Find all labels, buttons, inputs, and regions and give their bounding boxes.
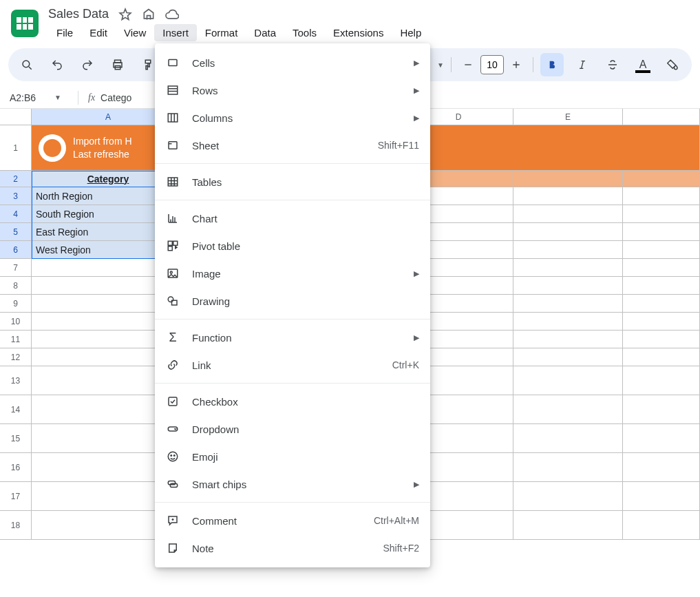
- toolbar-dropdown-caret-icon[interactable]: ▼: [437, 61, 444, 69]
- bold-button[interactable]: [540, 53, 564, 76]
- row-header-1[interactable]: 1: [0, 125, 32, 171]
- font-size-input[interactable]: [480, 55, 504, 74]
- cell[interactable]: [513, 482, 623, 511]
- print-icon[interactable]: [106, 53, 129, 76]
- fill-color-button[interactable]: [661, 53, 685, 76]
- menu-item-tables[interactable]: Tables: [155, 168, 430, 196]
- menu-item-drawing[interactable]: Drawing: [155, 287, 430, 315]
- menu-item-link[interactable]: Link Ctrl+K: [155, 351, 430, 379]
- cell-f6[interactable]: [623, 241, 700, 259]
- cell-e5[interactable]: [513, 223, 623, 241]
- menu-format[interactable]: Format: [197, 24, 246, 41]
- cell-e3[interactable]: [513, 187, 623, 205]
- row-header-16[interactable]: 16: [0, 453, 32, 482]
- row-header-17[interactable]: 17: [0, 482, 32, 511]
- row-header-10[interactable]: 10: [0, 313, 32, 331]
- cell[interactable]: [623, 482, 700, 511]
- row-header-7[interactable]: 7: [0, 259, 32, 277]
- row-header-8[interactable]: 8: [0, 277, 32, 295]
- row-header-15[interactable]: 15: [0, 424, 32, 453]
- banner-cell[interactable]: [623, 125, 700, 171]
- menu-item-sheet[interactable]: Sheet Shift+F11: [155, 132, 430, 159]
- name-box[interactable]: A2:B6 ▼: [0, 92, 65, 103]
- cell-f3[interactable]: [623, 187, 700, 205]
- row-header-6[interactable]: 6: [0, 241, 32, 259]
- row-header-11[interactable]: 11: [0, 331, 32, 348]
- row-header-12[interactable]: 12: [0, 348, 32, 366]
- cell[interactable]: [513, 395, 623, 424]
- strikethrough-button[interactable]: [601, 53, 624, 76]
- menu-item-cells[interactable]: Cells ▶: [155, 49, 430, 76]
- cell-e4[interactable]: [513, 205, 623, 223]
- menu-extensions[interactable]: Extensions: [325, 24, 392, 41]
- search-icon[interactable]: [15, 53, 39, 76]
- menu-item-image[interactable]: Image ▶: [155, 260, 430, 287]
- row-header-18[interactable]: 18: [0, 511, 32, 540]
- row-header-3[interactable]: 3: [0, 187, 32, 205]
- row-header-4[interactable]: 4: [0, 205, 32, 223]
- document-name[interactable]: Sales Data: [48, 7, 109, 21]
- cell-f2[interactable]: [623, 171, 700, 187]
- menu-tools[interactable]: Tools: [284, 24, 325, 41]
- menu-data[interactable]: Data: [246, 24, 284, 41]
- decrease-font-size-button[interactable]: [458, 53, 478, 76]
- sheets-logo[interactable]: [11, 10, 39, 37]
- menu-edit[interactable]: Edit: [81, 24, 116, 41]
- cell[interactable]: [623, 313, 700, 331]
- cell[interactable]: [623, 366, 700, 395]
- cell[interactable]: [623, 395, 700, 424]
- menu-view[interactable]: View: [116, 24, 154, 41]
- star-icon[interactable]: [118, 8, 132, 21]
- cell[interactable]: [623, 277, 700, 295]
- cell[interactable]: [513, 295, 623, 313]
- cell[interactable]: [513, 348, 623, 366]
- menu-item-columns[interactable]: Columns ▶: [155, 104, 430, 132]
- select-all-corner[interactable]: [0, 109, 32, 125]
- row-header-2[interactable]: 2: [0, 171, 32, 187]
- cell[interactable]: [513, 366, 623, 395]
- menu-item-emoji[interactable]: Emoji: [155, 443, 430, 470]
- cell[interactable]: [623, 331, 700, 348]
- menu-item-note[interactable]: Note Shift+F2: [155, 534, 430, 562]
- cell[interactable]: [513, 424, 623, 453]
- menu-item-chart[interactable]: Chart: [155, 205, 430, 232]
- cell-f5[interactable]: [623, 223, 700, 241]
- cell[interactable]: [513, 511, 623, 540]
- cloud-status-icon[interactable]: [165, 8, 179, 21]
- cell[interactable]: [513, 259, 623, 277]
- menu-help[interactable]: Help: [392, 24, 429, 41]
- undo-icon[interactable]: [45, 53, 69, 76]
- menu-item-pivot-table[interactable]: Pivot table: [155, 232, 430, 260]
- row-header-5[interactable]: 5: [0, 223, 32, 241]
- menu-file[interactable]: File: [48, 24, 81, 41]
- redo-icon[interactable]: [76, 53, 99, 76]
- cell[interactable]: [623, 511, 700, 540]
- cell[interactable]: [623, 348, 700, 366]
- name-box-dropdown-icon[interactable]: ▼: [54, 94, 61, 101]
- text-color-button[interactable]: A: [631, 53, 655, 76]
- move-icon[interactable]: [142, 8, 156, 21]
- cell-f4[interactable]: [623, 205, 700, 223]
- menu-insert[interactable]: Insert: [154, 24, 197, 41]
- cell[interactable]: [513, 331, 623, 348]
- col-header-e[interactable]: E: [513, 109, 623, 125]
- row-header-9[interactable]: 9: [0, 295, 32, 313]
- cell[interactable]: [513, 453, 623, 482]
- menu-item-comment[interactable]: Comment Ctrl+Alt+M: [155, 507, 430, 534]
- cell[interactable]: [623, 453, 700, 482]
- menu-item-function[interactable]: Σ Function ▶: [155, 324, 430, 351]
- cell-e6[interactable]: [513, 241, 623, 259]
- menu-item-checkbox[interactable]: Checkbox: [155, 388, 430, 415]
- cell[interactable]: [623, 259, 700, 277]
- cell[interactable]: [513, 313, 623, 331]
- col-header-f[interactable]: [623, 109, 700, 125]
- row-header-13[interactable]: 13: [0, 366, 32, 395]
- italic-button[interactable]: [571, 53, 594, 76]
- cell-e2[interactable]: [513, 171, 623, 187]
- increase-font-size-button[interactable]: [507, 53, 526, 76]
- row-header-14[interactable]: 14: [0, 395, 32, 424]
- cell[interactable]: [513, 277, 623, 295]
- menu-item-dropdown[interactable]: Dropdown: [155, 415, 430, 443]
- banner-cell[interactable]: [513, 125, 623, 171]
- formula-input[interactable]: Catego: [100, 92, 131, 103]
